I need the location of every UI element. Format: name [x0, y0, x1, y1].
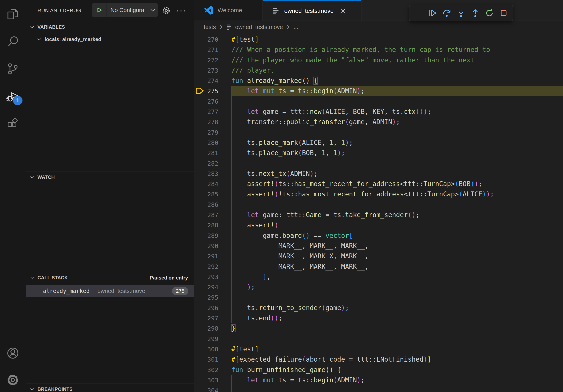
code-line-281[interactable]: 281 ts.place_mark(BOB, 1, 1);	[194, 148, 563, 158]
code-line-273[interactable]: 273/// player.	[194, 65, 563, 76]
code-line-303[interactable]: 303 let mut ts = ts::begin(ADMIN);	[194, 375, 563, 385]
code-text[interactable]: ts.return_to_sender(game);	[231, 303, 563, 313]
gutter-line-304[interactable]: 304	[194, 385, 231, 392]
gutter-line-278[interactable]: 278	[194, 117, 231, 127]
gutter-line-299[interactable]: 299	[194, 334, 231, 344]
code-line-291[interactable]: 291 MARK__, MARK_X, MARK__,	[194, 251, 563, 261]
gutter-line-277[interactable]: 277	[194, 107, 231, 117]
code-line-300[interactable]: 300#[test]	[194, 344, 563, 354]
code-line-286[interactable]: 286	[194, 199, 563, 210]
code-text[interactable]: let mut ts = ts::begin(ADMIN);	[231, 86, 563, 96]
code-line-295[interactable]: 295	[194, 292, 563, 303]
breadcrumb-symbol[interactable]: ...	[294, 24, 298, 30]
gutter-line-288[interactable]: 288	[194, 220, 231, 230]
code-text[interactable]: );	[231, 282, 563, 292]
code-line-302[interactable]: 302fun burn_unfinished_game() {	[194, 365, 563, 375]
gutter-line-285[interactable]: 285	[194, 189, 231, 199]
code-line-278[interactable]: 278 transfer::public_transfer(game, ADMI…	[194, 117, 563, 127]
gutter-line-274[interactable]: 274	[194, 76, 231, 86]
code-text[interactable]: /// the player who made the "false" move…	[231, 55, 563, 65]
variables-header[interactable]: VARIABLES	[26, 22, 194, 32]
code-line-301[interactable]: 301#[expected_failure(abort_code = ttt::…	[194, 354, 563, 365]
code-line-277[interactable]: 277 let game = ttt::new(ALICE, BOB, KEY,…	[194, 107, 563, 117]
step-out-icon[interactable]	[468, 7, 482, 20]
debug-config-control[interactable]: No Configura	[92, 3, 158, 17]
gutter-line-283[interactable]: 283	[194, 169, 231, 179]
code-line-298[interactable]: 298}	[194, 323, 563, 334]
code-text[interactable]: ts.place_mark(ALICE, 1, 1);	[231, 138, 563, 148]
code-text[interactable]: MARK__, MARK__, MARK__,	[231, 241, 563, 251]
code-line-294[interactable]: 294 );	[194, 282, 563, 292]
gutter-line-296[interactable]: 296	[194, 303, 231, 313]
code-line-299[interactable]: 299	[194, 334, 563, 344]
gutter-line-297[interactable]: 297	[194, 313, 231, 323]
step-into-icon[interactable]	[454, 7, 468, 20]
gutter-line-300[interactable]: 300	[194, 344, 231, 354]
code-line-284[interactable]: 284 assert!(ts::has_most_recent_for_addr…	[194, 179, 563, 189]
code-text[interactable]	[231, 96, 563, 107]
debug-config-select[interactable]: No Configura	[111, 7, 145, 13]
code-line-282[interactable]: 282	[194, 158, 563, 169]
code-text[interactable]: ],	[231, 272, 563, 282]
code-text[interactable]: /// When a position is already marked, t…	[231, 45, 563, 55]
code-line-274[interactable]: 274fun already_marked() {	[194, 76, 563, 86]
code-text[interactable]: fun burn_unfinished_game() {	[231, 365, 563, 375]
extensions-icon[interactable]	[6, 117, 19, 130]
settings-gear-icon[interactable]	[6, 373, 19, 386]
gutter-line-298[interactable]: 298	[194, 323, 231, 334]
stop-icon[interactable]	[497, 7, 511, 20]
account-icon[interactable]	[6, 347, 19, 360]
gutter-line-295[interactable]: 295	[194, 292, 231, 303]
breadcrumb-file[interactable]: owned_tests.move	[235, 24, 283, 30]
code-line-292[interactable]: 292 MARK__, MARK__, MARK__,	[194, 261, 563, 272]
gutter-line-293[interactable]: 293	[194, 272, 231, 282]
run-and-debug-icon[interactable]: 1	[6, 90, 19, 103]
code-text[interactable]: assert!(	[231, 220, 563, 230]
code-text[interactable]: assert!(ts::has_most_recent_for_address<…	[231, 179, 563, 189]
explorer-icon[interactable]	[6, 8, 19, 21]
step-over-icon[interactable]	[440, 7, 454, 20]
breakpoints-header[interactable]: BREAKPOINTS	[26, 384, 194, 392]
code-text[interactable]: #[expected_failure(abort_code = ttt::ENo…	[231, 354, 563, 365]
code-line-293[interactable]: 293 ],	[194, 272, 563, 282]
gutter-line-287[interactable]: 287	[194, 210, 231, 220]
tab-owned-tests[interactable]: owned_tests.move	[263, 0, 362, 21]
code-line-288[interactable]: 288 assert!(	[194, 220, 563, 230]
restart-icon[interactable]	[482, 7, 497, 20]
code-line-270[interactable]: 270#[test]	[194, 34, 563, 45]
gear-icon[interactable]	[161, 6, 171, 15]
more-actions-icon[interactable]: ···	[176, 6, 186, 15]
code-text[interactable]: MARK__, MARK__, MARK__,	[231, 261, 563, 272]
code-editor[interactable]: 270#[test]271/// When a position is alre…	[194, 33, 563, 392]
code-text[interactable]: game.board() == vector[	[231, 231, 563, 241]
start-debugging-icon[interactable]	[92, 3, 107, 17]
call-stack-header[interactable]: CALL STACK Paused on entry	[26, 272, 194, 283]
code-line-272[interactable]: 272/// the player who made the "false" m…	[194, 55, 563, 65]
code-line-271[interactable]: 271/// When a position is already marked…	[194, 45, 563, 55]
code-line-275[interactable]: 275 let mut ts = ts::begin(ADMIN);	[194, 86, 563, 96]
code-text[interactable]: /// player.	[231, 65, 563, 76]
code-line-304[interactable]: 304	[194, 385, 563, 392]
gutter-line-291[interactable]: 291	[194, 251, 231, 261]
gutter-line-280[interactable]: 280	[194, 138, 231, 148]
continue-icon[interactable]	[425, 7, 440, 20]
call-stack-frame[interactable]: already_marked owned_tests.move 275	[26, 285, 194, 297]
drag-handle-icon[interactable]	[411, 7, 425, 20]
gutter-line-284[interactable]: 284	[194, 179, 231, 189]
code-line-279[interactable]: 279	[194, 127, 563, 138]
code-text[interactable]: let mut ts = ts::begin(ADMIN);	[231, 375, 563, 385]
gutter-line-281[interactable]: 281	[194, 148, 231, 158]
gutter-line-275[interactable]: 275	[194, 86, 231, 96]
variables-scope-locals[interactable]: locals: already_marked	[26, 34, 194, 45]
gutter-line-271[interactable]: 271	[194, 45, 231, 55]
search-icon[interactable]	[6, 35, 19, 48]
code-line-287[interactable]: 287 let game: ttt::Game = ts.take_from_s…	[194, 210, 563, 220]
code-line-285[interactable]: 285 assert!(!ts::has_most_recent_for_add…	[194, 189, 563, 199]
code-text[interactable]: fun already_marked() {	[231, 76, 563, 86]
code-text[interactable]: ts.next_tx(ADMIN);	[231, 169, 563, 179]
gutter-line-303[interactable]: 303	[194, 375, 231, 385]
code-text[interactable]	[231, 292, 563, 303]
gutter-line-290[interactable]: 290	[194, 241, 231, 251]
code-text[interactable]: transfer::public_transfer(game, ADMIN);	[231, 117, 563, 127]
code-line-290[interactable]: 290 MARK__, MARK__, MARK__,	[194, 241, 563, 251]
